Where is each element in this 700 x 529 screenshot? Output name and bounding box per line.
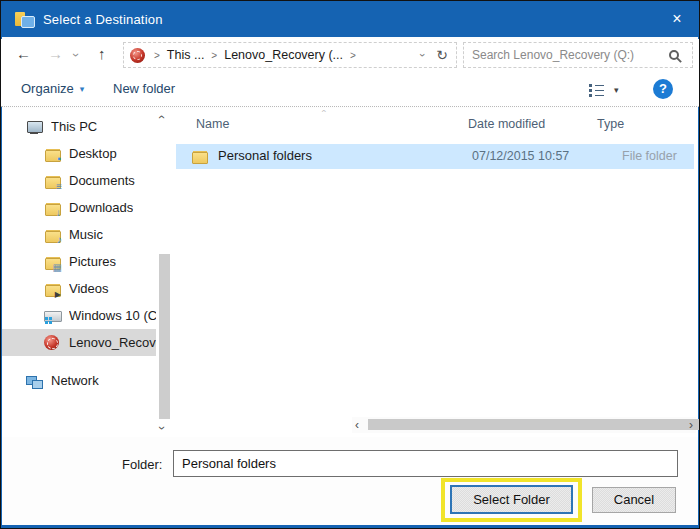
sidebar-item-label: Videos [69, 281, 109, 296]
search-input[interactable] [464, 48, 669, 62]
sidebar-item-icon [44, 173, 61, 189]
breadcrumb-segment[interactable]: Lenovo_Recovery (... [224, 48, 343, 62]
column-header-type[interactable]: Type [597, 117, 624, 131]
sidebar-item-label: Downloads [69, 200, 133, 215]
back-button[interactable]: ← [16, 45, 31, 62]
sidebar-item-label: Lenovo_Recovery [69, 335, 156, 350]
sidebar-item-label: Music [69, 227, 103, 242]
sidebar-item-label: Desktop [69, 146, 117, 161]
breadcrumb-separator-icon: > [211, 50, 217, 61]
command-toolbar: Organize▾ New folder ▾ ? [1, 71, 699, 107]
file-type: File folder [622, 149, 677, 163]
recent-locations-chevron-icon[interactable]: › [74, 48, 78, 62]
recovery-drive-icon [130, 48, 145, 63]
sidebar-item-icon [44, 200, 61, 216]
sidebar-item-icon [44, 227, 61, 243]
breadcrumb: >This ...>Lenovo_Recovery (...> [147, 48, 363, 62]
column-header-date-modified[interactable]: Date modified [468, 117, 545, 131]
sidebar-item-documents[interactable]: Documents [2, 167, 156, 194]
sidebar-item-label: Windows 10 (C:) [69, 308, 156, 323]
select-destination-dialog: Select a Destination × ← → › ↑ >This ...… [0, 0, 700, 529]
sidebar-scrollbar[interactable]: ‹ › [156, 108, 173, 437]
sidebar-item-icon [26, 119, 43, 135]
help-button[interactable]: ? [653, 79, 673, 99]
sidebar-item-desktop[interactable]: Desktop [2, 140, 156, 167]
sidebar-item-videos[interactable]: Videos [2, 275, 156, 302]
sidebar-item-label: This PC [51, 119, 97, 134]
sidebar-item-icon [44, 335, 61, 351]
file-name: Personal folders [218, 148, 312, 163]
sidebar-item-downloads[interactable]: Downloads [2, 194, 156, 221]
title-bar: Select a Destination × [1, 1, 699, 37]
sidebar-item-icon [44, 281, 61, 297]
file-list: ‹ Name Date modified Type Personal folde… [174, 108, 698, 437]
sidebar-item-icon [44, 308, 61, 324]
horizontal-scrollbar-thumb[interactable] [368, 419, 700, 430]
scroll-left-icon[interactable]: ‹ [355, 418, 359, 432]
sidebar-item-icon [26, 373, 43, 389]
sidebar-item-lenovo-recovery[interactable]: Lenovo_Recovery [2, 329, 156, 356]
scroll-right-icon[interactable]: › [689, 418, 693, 432]
file-row[interactable]: Personal folders 07/12/2015 10:57 File f… [176, 144, 694, 169]
sidebar-item-icon [44, 146, 61, 162]
scroll-up-icon[interactable]: ‹ [160, 110, 164, 124]
horizontal-scrollbar[interactable]: ‹ › [352, 417, 696, 433]
sidebar: This PC Desktop Documents Downloads Musi… [2, 113, 156, 394]
column-header-name[interactable]: Name [196, 117, 229, 131]
address-row: ← → › ↑ >This ...>Lenovo_Recovery (...> … [1, 39, 699, 71]
sidebar-item-pictures[interactable]: Pictures [2, 248, 156, 275]
sidebar-item-label: Documents [69, 173, 135, 188]
sidebar-item-label: Pictures [69, 254, 116, 269]
file-date-modified: 07/12/2015 10:57 [472, 149, 569, 163]
organize-button[interactable]: Organize▾ [21, 81, 84, 96]
sidebar-item-network[interactable]: Network [2, 367, 156, 394]
sidebar-scrollbar-thumb[interactable] [159, 254, 170, 419]
address-dropdown-chevron-icon[interactable]: › [421, 49, 425, 61]
dialog-folder-icon [15, 12, 33, 27]
file-list-header: ‹ Name Date modified Type [174, 108, 698, 138]
content-area: This PC Desktop Documents Downloads Musi… [2, 108, 698, 437]
scroll-down-icon[interactable]: › [160, 421, 164, 435]
sidebar-item-this-pc[interactable]: This PC [2, 113, 156, 140]
breadcrumb-segment[interactable]: This ... [167, 48, 205, 62]
sidebar-item-windows-10-c-[interactable]: Windows 10 (C:) [2, 302, 156, 329]
new-folder-button[interactable]: New folder [113, 81, 175, 96]
select-folder-button[interactable]: Select Folder [450, 485, 573, 514]
change-view-button[interactable] [589, 83, 605, 97]
search-box [463, 42, 693, 68]
breadcrumb-separator-icon: > [154, 50, 160, 61]
refresh-icon[interactable]: ↻ [436, 47, 448, 63]
sidebar-item-icon [44, 254, 61, 270]
window-title: Select a Destination [43, 12, 163, 27]
sidebar-item-music[interactable]: Music [2, 221, 156, 248]
organize-caret-icon: ▾ [80, 84, 85, 94]
up-button[interactable]: ↑ [98, 45, 106, 62]
view-options-caret-icon[interactable]: ▾ [614, 85, 619, 95]
folder-name-input[interactable] [173, 450, 678, 477]
sidebar-item-label: Network [51, 373, 99, 388]
folder-field-label: Folder: [122, 457, 162, 472]
folder-icon [191, 148, 208, 164]
cancel-button[interactable]: Cancel [592, 487, 676, 513]
search-icon[interactable] [669, 50, 679, 60]
close-icon[interactable]: × [665, 9, 689, 29]
forward-button[interactable]: → [48, 45, 63, 62]
breadcrumb-separator-icon: > [350, 50, 356, 61]
dialog-footer: Folder: Select Folder Cancel [2, 437, 698, 525]
address-bar[interactable]: >This ...>Lenovo_Recovery (...> › ↻ [123, 42, 457, 68]
sort-ascending-icon: ‹ [322, 106, 325, 116]
